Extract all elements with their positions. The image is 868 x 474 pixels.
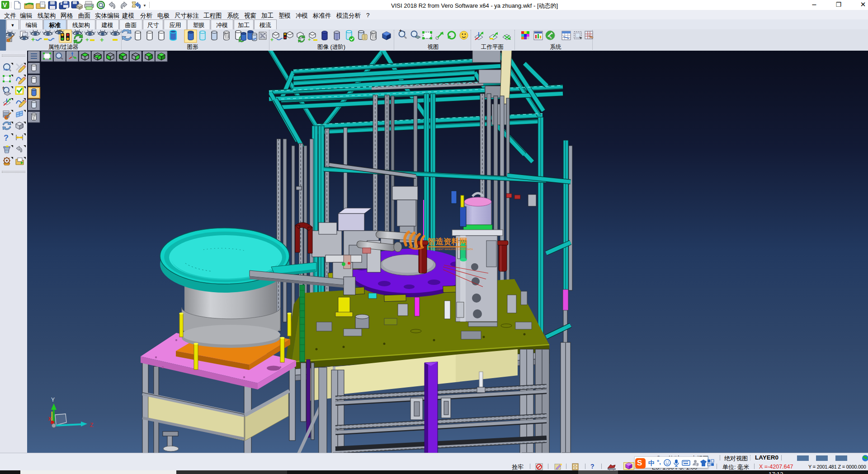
svg-text:Z: Z [90,422,93,428]
svg-text:+: + [100,36,104,43]
svg-text:+: + [308,37,311,42]
svg-text:智造资料网: 智造资料网 [427,237,467,246]
svg-text:INTELLIGENT MANUFACTURING DATA: INTELLIGENT MANUFACTURING DATA [428,248,473,251]
svg-text:Y: Y [51,397,55,403]
svg-text:-: - [404,29,405,34]
svg-text:+: + [31,36,35,43]
svg-text:+: + [85,36,89,43]
svg-text:?: ? [4,133,9,142]
svg-text:V: V [3,1,7,9]
svg-text:+: + [270,37,274,43]
svg-text:X: X [48,417,52,422]
svg-text:+: + [399,29,402,33]
svg-text:±: ± [2,85,5,90]
svg-text:7: 7 [697,463,699,467]
